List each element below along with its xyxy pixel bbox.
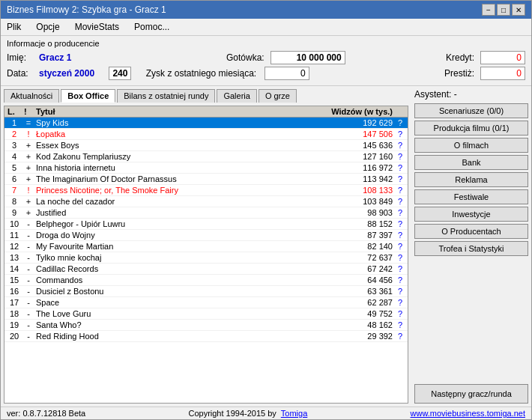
row-views: 192 629 <box>327 118 394 127</box>
table-row[interactable]: 19 - Santa Who? 48 162 ? <box>4 320 408 331</box>
row-title: Princess Nicotine; or, The Smoke Fairy <box>34 186 327 195</box>
row-mark: + <box>22 163 34 172</box>
row-views: 48 162 <box>327 320 394 329</box>
row-num: 14 <box>6 264 22 273</box>
row-title: Justified <box>34 208 327 217</box>
table-row[interactable]: 13 - Tylko mnie kochaj 72 637 ? <box>4 252 408 264</box>
row-q[interactable]: ? <box>394 118 406 127</box>
menu-plik[interactable]: Plik <box>4 20 24 34</box>
btn-festiwale[interactable]: Festiwale <box>414 189 528 204</box>
table-row[interactable]: 10 - Belphegor - Upiór Luwru 88 152 ? <box>4 219 408 230</box>
gotowka-label: Gotówka: <box>226 52 265 63</box>
row-q[interactable]: ? <box>394 287 406 296</box>
zysk-label: Zysk z ostatniego miesiąca: <box>146 68 259 79</box>
row-title: Cadillac Records <box>34 264 327 273</box>
row-title: My Favourite Martian <box>34 242 327 251</box>
tab-galeria[interactable]: Galeria <box>217 89 256 103</box>
row-q[interactable]: ? <box>394 163 406 172</box>
table-row[interactable]: 14 - Cadillac Records 67 242 ? <box>4 264 408 275</box>
row-mark: - <box>22 264 34 273</box>
imie-label: Imię: <box>7 52 33 63</box>
row-title: Santa Who? <box>34 320 327 329</box>
close-button[interactable]: ✕ <box>512 4 525 16</box>
row-title: La noche del cazador <box>34 197 327 206</box>
zysk-value: 0 <box>265 67 309 80</box>
table-row[interactable]: 1 = Spy Kids 192 629 ? <box>4 118 408 129</box>
table-row[interactable]: 20 - Red Riding Hood 29 392 ? <box>4 331 408 342</box>
row-q[interactable]: ? <box>394 174 406 183</box>
minimize-button[interactable]: − <box>482 4 495 16</box>
row-q[interactable]: ? <box>394 197 406 206</box>
row-title: Space <box>34 298 327 307</box>
btn-inwestycje[interactable]: Inwestycje <box>414 207 528 222</box>
row-title: Belphegor - Upiór Luwru <box>34 219 327 228</box>
tab-aktualnosci[interactable]: Aktualności <box>4 89 59 103</box>
title-bar: Biznes Filmowy 2: Szybka gra - Gracz 1 −… <box>1 1 531 19</box>
row-views: 145 636 <box>327 141 394 150</box>
row-q[interactable]: ? <box>394 320 406 329</box>
table-row[interactable]: 6 + The Imaginarium Of Doctor Parnassus … <box>4 174 408 185</box>
table-row[interactable]: 16 - Dusiciel z Bostonu 63 361 ? <box>4 286 408 297</box>
table-row[interactable]: 17 - Space 62 287 ? <box>4 297 408 308</box>
row-mark: + <box>22 208 34 217</box>
row-title: The Love Guru <box>34 309 327 318</box>
box-office-table: L. ! Tytuł Widzów (w tys.) 1 = Spy Kids … <box>4 106 408 404</box>
tab-bilans[interactable]: Bilans z ostatniej rundy <box>117 89 215 103</box>
tab-box-office[interactable]: Box Office <box>61 89 115 103</box>
table-row[interactable]: 18 - The Love Guru 49 752 ? <box>4 308 408 320</box>
row-q[interactable]: ? <box>394 231 406 240</box>
row-q[interactable]: ? <box>394 130 406 139</box>
row-mark: + <box>22 197 34 206</box>
row-q[interactable]: ? <box>394 152 406 161</box>
table-row[interactable]: 15 - Commandos 64 456 ? <box>4 275 408 286</box>
btn-o-filmach[interactable]: O filmach <box>414 138 528 153</box>
next-button[interactable]: Następny gracz/runda <box>414 384 528 404</box>
author-link[interactable]: Tomiga <box>281 409 307 418</box>
tab-o-grze[interactable]: O grze <box>259 89 297 103</box>
row-q[interactable]: ? <box>394 219 406 228</box>
row-q[interactable]: ? <box>394 298 406 307</box>
menu-moviestats[interactable]: MovieStats <box>72 20 122 34</box>
row-q[interactable]: ? <box>394 208 406 217</box>
info-label: Informacje o producencie <box>7 39 525 48</box>
row-q[interactable]: ? <box>394 186 406 195</box>
table-row[interactable]: 3 + Essex Boys 145 636 ? <box>4 140 408 151</box>
table-row[interactable]: 11 - Droga do Wojny 87 397 ? <box>4 230 408 241</box>
btn-bank[interactable]: Bank <box>414 155 528 170</box>
row-num: 13 <box>6 253 22 262</box>
row-q[interactable]: ? <box>394 253 406 262</box>
table-row[interactable]: 8 + La noche del cazador 103 849 ? <box>4 196 408 207</box>
row-views: 67 242 <box>327 264 394 273</box>
row-num: 17 <box>6 298 22 307</box>
row-mark: + <box>22 174 34 183</box>
row-views: 103 849 <box>327 197 394 206</box>
menu-opcje[interactable]: Opcje <box>33 20 62 34</box>
table-row[interactable]: 7 ! Princess Nicotine; or, The Smoke Fai… <box>4 185 408 196</box>
table-row[interactable]: 9 + Justified 98 903 ? <box>4 207 408 219</box>
btn-scenariusze[interactable]: Scenariusze (0/0) <box>414 103 528 118</box>
row-num: 12 <box>6 242 22 251</box>
row-q[interactable]: ? <box>394 242 406 251</box>
kredyt-value: 0 <box>480 51 525 64</box>
table-header: L. ! Tytuł Widzów (w tys.) <box>4 106 408 118</box>
btn-produkcja[interactable]: Produkcja filmu (0/1) <box>414 121 528 136</box>
table-row[interactable]: 5 + Inna historia internetu 116 972 ? <box>4 162 408 174</box>
btn-trofea[interactable]: Trofea i Statystyki <box>414 241 528 256</box>
imie-value: Gracz 1 <box>39 52 71 63</box>
row-q[interactable]: ? <box>394 309 406 318</box>
info-section: Informacje o producencie Imię: Gracz 1 G… <box>1 36 531 86</box>
maximize-button[interactable]: □ <box>497 4 510 16</box>
website-link[interactable]: www.moviebusiness.tomiga.net <box>411 409 525 418</box>
table-row[interactable]: 2 ! Łopatka 147 506 ? <box>4 129 408 140</box>
row-q[interactable]: ? <box>394 332 406 341</box>
row-q[interactable]: ? <box>394 141 406 150</box>
row-mark: = <box>22 118 34 127</box>
window-title: Biznes Filmowy 2: Szybka gra - Gracz 1 <box>7 4 166 15</box>
row-q[interactable]: ? <box>394 276 406 284</box>
row-q[interactable]: ? <box>394 264 406 273</box>
btn-o-producentach[interactable]: O Producentach <box>414 224 528 239</box>
btn-reklama[interactable]: Reklama <box>414 172 528 187</box>
table-row[interactable]: 4 + Kod Zakonu Templariuszy 127 160 ? <box>4 151 408 162</box>
table-row[interactable]: 12 - My Favourite Martian 82 140 ? <box>4 241 408 252</box>
menu-pomoc[interactable]: Pomoc... <box>131 20 172 34</box>
